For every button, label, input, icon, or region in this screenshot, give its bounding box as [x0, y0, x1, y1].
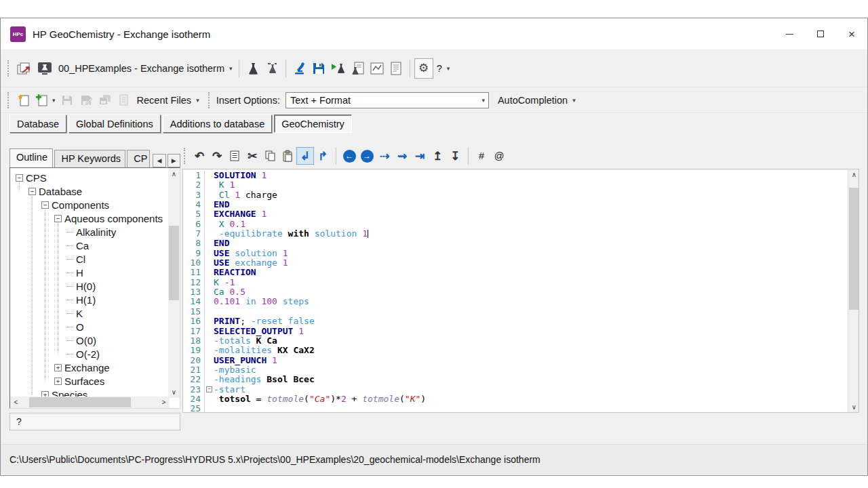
tree-item[interactable]: K: [10, 306, 170, 320]
scroll-down-icon[interactable]: ∨: [848, 401, 859, 413]
toolbar-grip[interactable]: [7, 60, 10, 77]
cut-button[interactable]: ✂: [243, 147, 261, 165]
code-line[interactable]: 15: [183, 307, 847, 317]
scroll-up-icon[interactable]: ∧: [168, 168, 180, 180]
new-template-button[interactable]: ▾: [33, 90, 58, 110]
tab-scroll-right-button[interactable]: ▶: [167, 154, 180, 167]
toolbar-grip[interactable]: [208, 92, 211, 108]
tree-item[interactable]: +Exchange: [10, 361, 170, 374]
tree-item[interactable]: H: [10, 266, 170, 279]
tree-item[interactable]: H(0): [10, 279, 170, 293]
tree-vertical-scrollbar[interactable]: ∧ ∨: [168, 168, 180, 398]
tree-item[interactable]: +Surfaces: [10, 374, 170, 388]
expand-icon[interactable]: +: [54, 378, 62, 385]
tree-item[interactable]: −Aqueous components: [10, 211, 170, 225]
tab-outline[interactable]: Outline: [9, 148, 53, 167]
close-button[interactable]: ×: [836, 18, 867, 49]
save-file-button[interactable]: [58, 90, 77, 110]
code-line[interactable]: 19-molalities KX CaX2: [183, 346, 847, 355]
collapse-icon[interactable]: −: [54, 215, 62, 222]
page-copy-button[interactable]: [115, 90, 134, 110]
tree-item[interactable]: −CPS: [10, 171, 170, 184]
code-line[interactable]: 3 Cl 1 charge: [183, 190, 847, 200]
run-flask-button[interactable]: [328, 58, 349, 79]
fold-collapse-icon[interactable]: −: [206, 386, 212, 392]
code-line[interactable]: 13Ca 0.5: [183, 287, 847, 297]
scroll-left-icon[interactable]: <: [10, 396, 22, 408]
insert-before-button[interactable]: ↲: [296, 147, 314, 165]
tree-item[interactable]: Cl: [10, 252, 170, 266]
chart-button[interactable]: [368, 58, 387, 79]
find-next-button[interactable]: ⇢: [376, 147, 393, 165]
code-line[interactable]: 12K -1: [183, 278, 847, 287]
open-project-button[interactable]: [14, 58, 35, 79]
maximize-button[interactable]: [805, 18, 836, 49]
code-line[interactable]: 22-headings Bsol Bcec: [183, 375, 847, 384]
code-line[interactable]: 8END: [183, 239, 847, 248]
tree-hscrollbar-thumb[interactable]: [29, 397, 131, 407]
code-line[interactable]: 6 X 0.1: [183, 220, 847, 229]
settings-button[interactable]: ⚙: [414, 58, 433, 79]
code-line[interactable]: 17SELECTED_OUTPUT 1: [183, 327, 847, 336]
tab-additions-to-database[interactable]: Additions to database: [163, 115, 272, 133]
autocompletion-button[interactable]: AutoCompletion ▾: [494, 90, 578, 110]
toolbar-grip[interactable]: [184, 148, 186, 164]
scroll-up-icon[interactable]: ∧: [848, 169, 859, 180]
project-preview-button[interactable]: [35, 58, 55, 79]
undo-button[interactable]: ↶: [191, 147, 208, 165]
copy-button[interactable]: [261, 147, 279, 165]
navigate-forward-button[interactable]: →: [358, 147, 376, 165]
code-line[interactable]: 21-mybasic: [183, 365, 847, 375]
scroll-right-icon[interactable]: >: [158, 396, 170, 408]
scroll-bottom-button[interactable]: ↧: [446, 147, 464, 165]
code-line[interactable]: 9USE solution 1: [183, 249, 847, 258]
recent-files-button[interactable]: Recent Files ▾: [134, 90, 201, 110]
new-file-button[interactable]: [14, 90, 33, 110]
save-copy-button[interactable]: [96, 90, 115, 110]
code-area[interactable]: 1SOLUTION 12 K 13 Cl 1 charge4END5EXCHAN…: [183, 171, 847, 413]
code-line[interactable]: 16PRINT; -reset false: [183, 317, 847, 326]
code-editor[interactable]: 1SOLUTION 12 K 13 Cl 1 charge4END5EXCHAN…: [182, 169, 859, 413]
tree-item[interactable]: O(0): [10, 333, 170, 347]
editor-scrollbar-thumb[interactable]: [849, 188, 859, 310]
tree-item[interactable]: Alkalinity: [10, 225, 170, 239]
code-line[interactable]: 25: [183, 404, 847, 413]
find-marker-button[interactable]: ⇝: [393, 147, 411, 165]
tree-item[interactable]: −Components: [10, 198, 170, 211]
collapse-icon[interactable]: −: [28, 188, 36, 195]
editor-vertical-scrollbar[interactable]: ∧ ∨: [848, 169, 859, 413]
tree-item[interactable]: Ca: [10, 239, 170, 252]
code-line[interactable]: 140.101 in 100 steps: [183, 297, 847, 306]
tab-global-definitions[interactable]: Global Definitions: [68, 115, 161, 133]
save-edit-button[interactable]: [77, 90, 96, 110]
at-button[interactable]: @: [490, 147, 508, 165]
code-line[interactable]: 10USE exchange 1: [183, 258, 847, 268]
collapse-icon[interactable]: −: [16, 174, 23, 182]
tab-database[interactable]: Database: [9, 115, 66, 133]
insert-after-button[interactable]: ↱: [314, 147, 332, 165]
tree-item[interactable]: H(1): [10, 293, 170, 306]
report-button[interactable]: [387, 58, 406, 79]
collapse-icon[interactable]: −: [41, 201, 49, 209]
code-line[interactable]: 11REACTION: [183, 268, 847, 277]
goto-line-button[interactable]: ⇥: [411, 147, 429, 165]
help-button[interactable]: ? ▾: [433, 58, 452, 79]
code-line[interactable]: 1SOLUTION 1: [183, 171, 847, 180]
tab-geochemistry[interactable]: GeoChemistry: [274, 115, 352, 133]
save-button[interactable]: [309, 58, 328, 79]
tree-item[interactable]: −Database: [10, 184, 170, 198]
paste-button[interactable]: [279, 147, 296, 165]
tree-item[interactable]: O: [10, 320, 170, 333]
toolbar-grip[interactable]: [7, 92, 10, 108]
project-selector[interactable]: 00_HPExamples - Exchange isotherm ▾: [55, 58, 235, 79]
redo-button[interactable]: ↷: [208, 147, 226, 165]
scroll-down-icon[interactable]: ∨: [168, 386, 180, 398]
tab-scroll-left-button[interactable]: ◀: [153, 154, 165, 167]
navigate-back-button[interactable]: ←: [340, 147, 358, 165]
microscope-button[interactable]: [290, 58, 309, 79]
minimize-button[interactable]: [774, 18, 805, 49]
hash-button[interactable]: #: [473, 147, 490, 165]
flask-options-button[interactable]: [262, 58, 281, 79]
code-line[interactable]: 4END: [183, 200, 847, 209]
code-line[interactable]: 5EXCHANGE 1: [183, 209, 847, 219]
